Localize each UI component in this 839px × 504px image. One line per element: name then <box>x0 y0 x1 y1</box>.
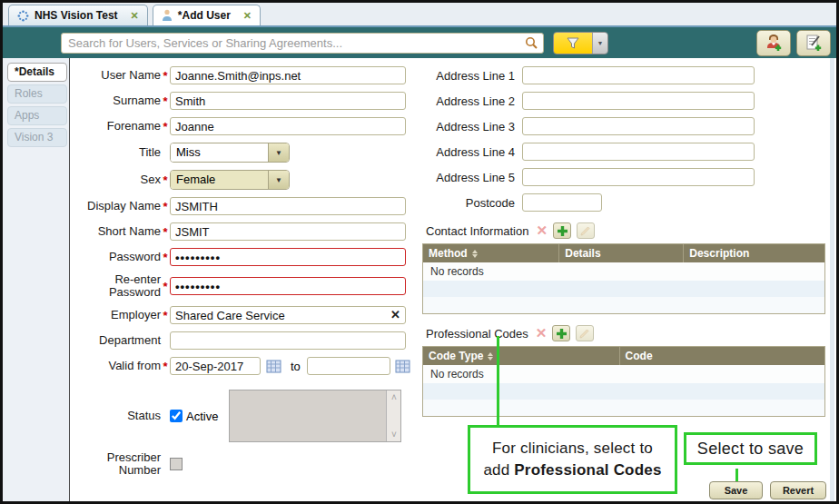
title-dropdown[interactable]: Miss ▼ <box>170 143 290 163</box>
required-marker: * <box>161 120 170 133</box>
postcode-input[interactable] <box>522 193 602 212</box>
sort-icon <box>472 250 478 258</box>
required-marker: * <box>161 200 170 213</box>
short-name-input[interactable] <box>170 222 406 241</box>
column-code[interactable]: Code <box>620 347 824 365</box>
required-marker: * <box>161 360 170 373</box>
re-enter-password-input[interactable] <box>170 277 406 295</box>
add-service-button[interactable] <box>796 30 831 56</box>
address-line-3-input[interactable] <box>522 117 755 135</box>
surname-input[interactable] <box>170 92 406 110</box>
professional-codes-header: Professional Codes ✕ <box>426 325 831 341</box>
chevron-down-icon[interactable]: ▼ <box>268 171 289 189</box>
sex-label: Sex <box>72 173 161 186</box>
employer-input[interactable] <box>170 306 406 324</box>
annotation-line-save <box>735 469 738 481</box>
required-marker: * <box>161 225 170 239</box>
to-label: to <box>291 360 301 373</box>
address-line-5-input[interactable] <box>522 168 755 186</box>
password-input[interactable] <box>170 248 406 266</box>
delete-icon[interactable]: ✕ <box>536 222 548 239</box>
prescriber-number-checkbox[interactable] <box>170 458 183 470</box>
edit-contact-button[interactable] <box>577 222 595 239</box>
revert-button[interactable]: Revert <box>770 481 826 499</box>
chevron-down-icon[interactable]: ▼ <box>268 143 289 162</box>
forename-label: Forename <box>72 120 161 133</box>
filter-split-button: ▼ <box>553 32 608 54</box>
save-button[interactable]: Save <box>709 481 763 499</box>
valid-to-input[interactable] <box>307 357 390 375</box>
sort-icon <box>488 352 493 361</box>
search-icon[interactable] <box>525 36 538 50</box>
plus-icon <box>557 225 568 237</box>
calendar-icon[interactable] <box>264 358 282 374</box>
sidebar-item-vision3[interactable]: Vision 3 <box>7 128 67 147</box>
active-checkbox[interactable] <box>170 410 183 422</box>
address-line-1-input[interactable] <box>522 66 755 84</box>
display-name-input[interactable] <box>170 197 406 215</box>
tab-close-icon[interactable]: ✕ <box>243 10 252 22</box>
valid-from-input[interactable] <box>170 357 261 375</box>
delete-icon[interactable]: ✕ <box>536 325 548 341</box>
department-input[interactable] <box>170 331 406 350</box>
address-line-2-label: Address Line 2 <box>420 94 515 108</box>
calendar-icon[interactable] <box>394 358 412 374</box>
postcode-label: Postcode <box>420 196 515 210</box>
active-checkbox-label: Active <box>186 410 218 423</box>
forename-input[interactable] <box>170 117 406 135</box>
tab-close-icon[interactable]: ✕ <box>131 10 139 22</box>
address-line-4-input[interactable] <box>522 143 755 161</box>
search-box <box>61 33 544 54</box>
user-name-label: User Name <box>72 69 161 82</box>
edit-professional-code-button[interactable] <box>576 325 594 341</box>
required-marker: * <box>161 309 170 322</box>
status-label: Status <box>72 410 161 422</box>
valid-from-label: Valid from <box>72 360 161 372</box>
address-and-tables: Address Line 1 Address Line 2 Address Li… <box>420 66 831 417</box>
search-toolbar: ▼ <box>3 27 836 58</box>
sidebar-item-roles[interactable]: Roles <box>7 84 67 104</box>
filter-dropdown-arrow[interactable]: ▼ <box>592 33 607 54</box>
column-method[interactable]: Method <box>423 244 559 262</box>
sidebar-item-details[interactable]: *Details <box>7 63 67 82</box>
professional-codes-table: Code Type Code No records <box>422 346 825 417</box>
required-marker: * <box>161 94 170 108</box>
clear-icon[interactable]: ✕ <box>390 308 400 321</box>
no-records-row: No records <box>423 365 824 383</box>
tab-label: NHS Vision Test <box>35 9 118 22</box>
tab-add-user[interactable]: *Add User ✕ <box>153 5 261 25</box>
sidebar: *Details Roles Apps Vision 3 <box>3 58 69 501</box>
filter-button[interactable] <box>554 33 592 54</box>
table-header: Code Type Code <box>423 347 824 365</box>
scroll-down-icon[interactable]: ˅ <box>391 430 397 440</box>
clinician-note-callout: For clinicians, select to add Profession… <box>468 425 677 494</box>
contact-information-table: Method Details Description No records <box>422 243 825 314</box>
column-description[interactable]: Description <box>684 244 824 262</box>
scroll-up-icon[interactable]: ˄ <box>391 392 397 402</box>
add-contact-button[interactable] <box>553 222 571 239</box>
user-name-input[interactable] <box>170 66 406 84</box>
required-marker: * <box>161 173 170 187</box>
employer-label: Employer <box>72 309 161 321</box>
sex-value: Female <box>171 171 268 189</box>
add-user-button[interactable] <box>756 30 791 56</box>
column-code-type[interactable]: Code Type <box>423 347 620 365</box>
search-input[interactable] <box>66 35 525 51</box>
column-details[interactable]: Details <box>559 244 684 262</box>
sidebar-item-apps[interactable]: Apps <box>7 106 67 125</box>
add-professional-code-button[interactable] <box>552 325 570 341</box>
title-label: Title <box>72 146 161 159</box>
address-line-5-label: Address Line 5 <box>420 171 515 184</box>
password-label: Password <box>72 251 161 263</box>
re-enter-password-label: Re-enter Password <box>72 273 161 299</box>
vision-logo-icon <box>17 10 29 22</box>
sex-dropdown[interactable]: Female ▼ <box>170 170 290 190</box>
details-panel: User Name * Surname * Forename * Title <box>69 58 836 501</box>
status-scrollbar[interactable]: ˄ ˅ <box>386 390 400 441</box>
plus-icon <box>556 328 568 340</box>
no-records-row: No records <box>423 262 824 281</box>
tab-nhs-vision-test[interactable]: NHS Vision Test ✕ <box>8 5 148 25</box>
address-line-4-label: Address Line 4 <box>420 145 515 159</box>
address-line-2-input[interactable] <box>522 92 755 110</box>
status-notes-area: ˄ ˅ <box>229 390 401 442</box>
